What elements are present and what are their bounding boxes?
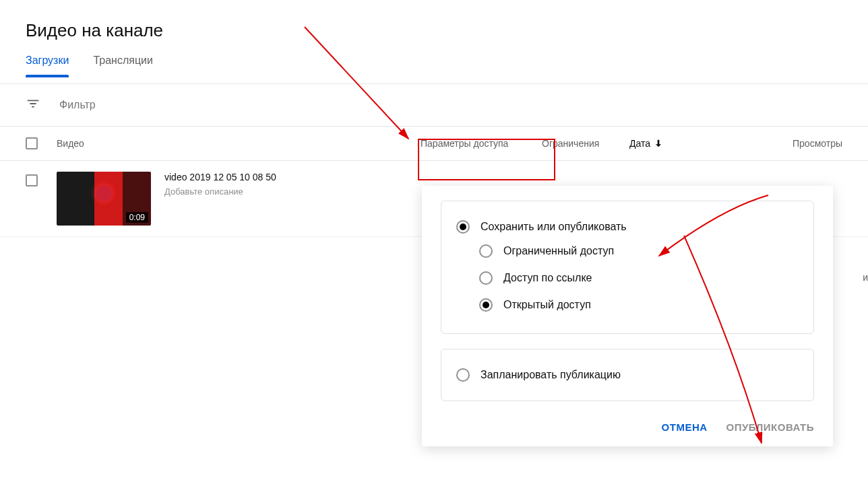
radio-icon	[456, 220, 470, 234]
visibility-popup: Сохранить или опубликовать Ограниченный …	[422, 186, 833, 446]
video-duration: 0:09	[126, 212, 148, 223]
radio-icon	[456, 368, 470, 382]
filter-row	[0, 84, 868, 126]
radio-unlisted[interactable]: Доступ по ссылке	[479, 265, 799, 292]
video-title[interactable]: video 2019 12 05 10 08 50	[164, 172, 276, 182]
radio-label: Открытый доступ	[503, 299, 591, 311]
radio-label: Сохранить или опубликовать	[480, 221, 627, 233]
radio-icon	[479, 298, 493, 312]
page-title: Видео на канале	[0, 0, 868, 55]
col-access[interactable]: Параметры доступа	[421, 138, 542, 149]
truncated-text: и	[863, 272, 868, 283]
select-all-checkbox[interactable]	[26, 137, 38, 149]
publish-button[interactable]: ОПУБЛИКОВАТЬ	[726, 421, 814, 433]
col-date[interactable]: Дата	[629, 138, 704, 149]
radio-icon	[479, 244, 493, 258]
tabs: Загрузки Трансляции	[0, 55, 868, 84]
filter-icon[interactable]	[26, 96, 40, 114]
video-description[interactable]: Добавьте описание	[164, 186, 276, 197]
radio-label: Ограниченный доступ	[503, 245, 614, 257]
cancel-button[interactable]: ОТМЕНА	[662, 421, 708, 433]
radio-label: Запланировать публикацию	[480, 369, 621, 381]
schedule-card: Запланировать публикацию	[441, 349, 814, 401]
radio-save-publish[interactable]: Сохранить или опубликовать	[456, 216, 799, 238]
row-checkbox[interactable]	[26, 174, 38, 186]
radio-icon	[479, 271, 493, 285]
radio-schedule[interactable]: Запланировать публикацию	[456, 364, 799, 386]
col-video[interactable]: Видео	[57, 138, 421, 149]
radio-private[interactable]: Ограниченный доступ	[479, 238, 799, 265]
col-restrictions[interactable]: Ограничения	[542, 138, 629, 149]
arrow-down-icon	[653, 138, 664, 149]
popup-actions: ОТМЕНА ОПУБЛИКОВАТЬ	[422, 416, 833, 446]
col-date-label: Дата	[629, 138, 650, 149]
tab-uploads[interactable]: Загрузки	[26, 55, 69, 77]
tab-live[interactable]: Трансляции	[93, 55, 153, 77]
radio-public[interactable]: Открытый доступ	[479, 292, 799, 318]
save-publish-card: Сохранить или опубликовать Ограниченный …	[441, 201, 814, 334]
col-views[interactable]: Просмотры	[704, 138, 842, 149]
table-header-row: Видео Параметры доступа Ограничения Дата…	[0, 126, 868, 161]
filter-input[interactable]	[59, 99, 194, 111]
video-thumbnail[interactable]: 0:09	[57, 172, 151, 226]
radio-label: Доступ по ссылке	[503, 272, 592, 284]
